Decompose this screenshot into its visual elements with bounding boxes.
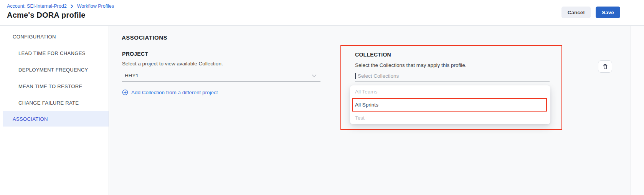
chevron-right-icon <box>70 4 74 8</box>
cancel-button[interactable]: Cancel <box>561 7 591 18</box>
dropdown-option-test[interactable]: Test <box>350 112 550 124</box>
sidebar-item-mean-time-to-restore[interactable]: MEAN TIME TO RESTORE <box>3 78 109 95</box>
plus-circle-icon <box>122 89 128 95</box>
sidebar-item-deployment-frequency[interactable]: DEPLOYMENT FREQUENCY <box>3 62 109 78</box>
chevron-down-icon <box>312 74 317 78</box>
trash-icon <box>602 63 608 70</box>
collections-select-input[interactable]: Select Collections <box>355 70 550 82</box>
dropdown-option-all-sprints[interactable]: All Sprints <box>350 98 550 112</box>
sidebar-item-association[interactable]: ASSOCIATION <box>3 111 109 127</box>
right-edge-panel <box>631 26 644 195</box>
breadcrumb: Account: SEI-Internal-Prod2 Workflow Pro… <box>7 3 114 9</box>
add-collection-link[interactable]: Add Collection from a different project <box>122 89 218 95</box>
sidebar-item-lead-time-for-changes[interactable]: LEAD TIME FOR CHANGES <box>3 45 109 62</box>
collections-input-placeholder: Select Collections <box>358 73 399 79</box>
associations-panel: ASSOCIATIONS PROJECT Select a project to… <box>109 26 631 195</box>
collection-description: Select the Collections that may apply th… <box>355 62 466 68</box>
text-caret <box>355 73 356 79</box>
sidebar-item-configuration[interactable]: CONFIGURATION <box>3 28 109 45</box>
collection-heading: COLLECTION <box>355 52 391 58</box>
sidebar-item-change-failure-rate[interactable]: CHANGE FAILURE RATE <box>3 95 109 111</box>
delete-association-button[interactable] <box>598 60 612 73</box>
annotation-outer-box: COLLECTION Select the Collections that m… <box>340 45 562 130</box>
settings-sidebar: CONFIGURATION LEAD TIME FOR CHANGES DEPL… <box>3 26 109 195</box>
breadcrumb-account-link[interactable]: Account: SEI-Internal-Prod2 <box>7 3 67 9</box>
page-header: Account: SEI-Internal-Prod2 Workflow Pro… <box>0 0 644 26</box>
breadcrumb-workflow-profiles-link[interactable]: Workflow Profiles <box>77 3 114 9</box>
workflow-profile-page: Account: SEI-Internal-Prod2 Workflow Pro… <box>0 0 644 195</box>
project-heading: PROJECT <box>122 51 148 57</box>
project-description: Select a project to view available Colle… <box>122 61 223 67</box>
save-button[interactable]: Save <box>596 7 620 18</box>
project-select-value: HHY1 <box>125 73 139 78</box>
collections-dropdown: All Teams All Sprints Test <box>350 85 550 124</box>
dropdown-option-all-teams[interactable]: All Teams <box>350 85 550 98</box>
associations-heading: ASSOCIATIONS <box>122 34 167 41</box>
add-collection-link-label: Add Collection from a different project <box>131 90 218 95</box>
page-title: Acme's DORA profile <box>7 11 86 20</box>
project-select[interactable]: HHY1 <box>122 70 320 82</box>
